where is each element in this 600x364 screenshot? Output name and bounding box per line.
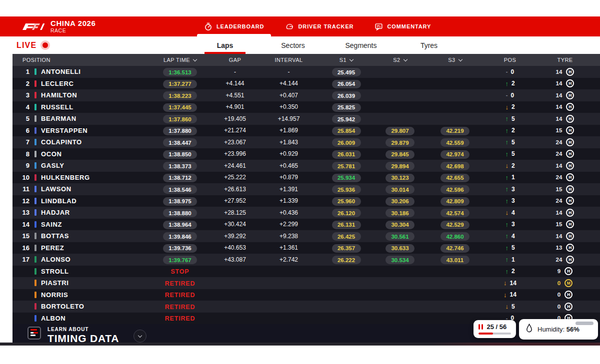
position-change-value: 2 xyxy=(512,80,515,87)
sector3-time: 42.596 xyxy=(440,185,470,194)
drag-handle[interactable] xyxy=(576,322,594,325)
sort-chevron-icon xyxy=(193,57,197,61)
tab-laps[interactable]: Laps xyxy=(191,36,259,54)
position-change-value: 14 xyxy=(510,280,516,287)
lap-time: 1:38.964 xyxy=(163,221,196,229)
driver-cell: ALONSO xyxy=(34,256,148,263)
position-change: ↑ 4 xyxy=(482,233,538,240)
driver-cell: NORRIS xyxy=(34,291,148,299)
speech-bubble-icon xyxy=(374,22,383,31)
tyre-lap-count: 0 xyxy=(558,292,560,298)
position-number: 3 xyxy=(12,91,34,99)
sector1-time: 25.942 xyxy=(332,115,361,123)
tyre-lap-count: 0 xyxy=(558,304,560,310)
position-change-value: 2 xyxy=(512,127,515,134)
nav-driver-tracker[interactable]: DRIVER TRACKER xyxy=(285,16,354,36)
column-header-interval: INTERVAL xyxy=(258,57,320,63)
sector1-time: 26.131 xyxy=(332,221,361,229)
driver-name: BORTOLETO xyxy=(41,303,84,310)
tab-tyres[interactable]: Tyres xyxy=(395,36,463,54)
lap-time: 1:38.975 xyxy=(163,197,196,206)
position-change-value: 5 xyxy=(512,244,515,251)
position-change-value: 1 xyxy=(512,174,515,181)
nav-leaderboard[interactable]: LEADERBOARD xyxy=(204,16,264,36)
interval-value: +0.465 xyxy=(258,162,320,169)
status-text: RETIRED xyxy=(165,280,195,287)
driver-cell: GASLY xyxy=(34,162,148,169)
position-number: 8 xyxy=(12,150,34,158)
arrow-up-icon: ↑ xyxy=(505,115,508,122)
table-row: 3 HAMILTON 1:38.223 +4.551 +0.407 26.039… xyxy=(12,89,600,101)
column-header-s3[interactable]: S3 xyxy=(428,57,482,63)
position-change: ↑ 3 xyxy=(482,221,538,228)
nav-commentary[interactable]: COMMENTARY xyxy=(374,16,431,36)
gap-value: +24.461 xyxy=(212,162,258,169)
sector2-time: 30.186 xyxy=(386,209,414,217)
team-color-bar xyxy=(34,198,36,204)
driver-name: STROLL xyxy=(41,268,69,275)
team-color-bar xyxy=(34,303,36,310)
driver-name: NORRIS xyxy=(41,291,68,299)
expand-footer-button[interactable] xyxy=(134,330,146,343)
sector3-time: 42.698 xyxy=(440,162,470,170)
table-row: 2 LECLERC 1:37.277 +4.144 +4.144 26.054 … xyxy=(12,78,600,90)
sector3-time: 42.529 xyxy=(440,221,470,229)
tab-segments[interactable]: Segments xyxy=(327,36,395,54)
position-change: - 0 xyxy=(482,92,538,99)
tyre-lap-count: 14 xyxy=(556,92,562,98)
position-change: ↑ 5 xyxy=(482,139,538,146)
driver-name: RUSSELL xyxy=(41,103,74,111)
column-header-s1[interactable]: S1 xyxy=(320,57,372,63)
position-number: 12 xyxy=(12,197,34,205)
sector3-time: 42.809 xyxy=(440,197,470,206)
driver-cell: HULKENBERG xyxy=(34,174,148,181)
tyre-lap-count: 24 xyxy=(556,198,562,204)
event-title: CHINA 2026 xyxy=(50,19,96,27)
driver-name: ANTONELLI xyxy=(41,68,81,75)
tyre-lap-count: 14 xyxy=(556,233,562,239)
column-header-s2[interactable]: S2 xyxy=(372,57,428,63)
lap-time: 1:39.736 xyxy=(163,244,196,253)
tyre-info: 14 H xyxy=(538,115,592,123)
position-number: 11 xyxy=(12,185,34,193)
nav-label: LEADERBOARD xyxy=(216,23,264,29)
gap-value: +4.901 xyxy=(212,103,258,110)
tyre-info: 0 H xyxy=(538,291,592,299)
table-row: 1 ANTONELLI 1:36.513 - - 25.495 - 0 14 H xyxy=(12,66,600,78)
sector3-time: 42.860 xyxy=(440,232,470,241)
gap-value: +23.067 xyxy=(212,139,258,146)
lap-counter-card[interactable]: 25 / 56 xyxy=(474,320,516,338)
humidity-card[interactable]: Humidity: 56% xyxy=(519,319,598,340)
sector2-time: 29.894 xyxy=(386,162,414,170)
chevron-down-icon xyxy=(138,334,142,338)
tyre-compound-icon: H xyxy=(566,197,574,205)
tyre-compound-icon: H xyxy=(566,126,574,134)
lap-time: 1:37.880 xyxy=(163,127,196,135)
tyre-compound-icon: H xyxy=(566,220,574,228)
sector3-time: 42.974 xyxy=(440,150,470,159)
driver-name: GASLY xyxy=(41,162,64,169)
position-change: ↑ 1 xyxy=(482,174,538,181)
f1-logo xyxy=(22,23,45,30)
column-header-laptime[interactable]: LAP TIME xyxy=(148,57,212,63)
driver-name: ALONSO xyxy=(41,256,70,263)
tyre-lap-count: 9 xyxy=(558,268,560,274)
position-change: ↓ 2 xyxy=(482,103,538,110)
interval-value: +1.361 xyxy=(258,244,320,251)
bottom-strip xyxy=(0,343,600,346)
nav-label: COMMENTARY xyxy=(387,23,431,29)
driver-name: LINDBLAD xyxy=(41,197,76,205)
interval-value: +1.339 xyxy=(258,197,320,204)
position-number: 2 xyxy=(12,80,34,87)
sector2-time: 30.304 xyxy=(386,221,414,229)
no-change-icon: - xyxy=(506,69,508,74)
tyre-info: 13 H xyxy=(538,244,592,252)
gap-value: +23.996 xyxy=(212,150,258,157)
sector2-time: 30.123 xyxy=(386,174,414,182)
tab-sectors[interactable]: Sectors xyxy=(259,36,327,54)
sector1-time: 25.934 xyxy=(332,174,361,182)
position-number: 4 xyxy=(12,103,34,111)
position-change-value: 5 xyxy=(512,139,515,146)
session-name: RACE xyxy=(50,27,96,33)
lap-progress-bar xyxy=(478,333,511,335)
